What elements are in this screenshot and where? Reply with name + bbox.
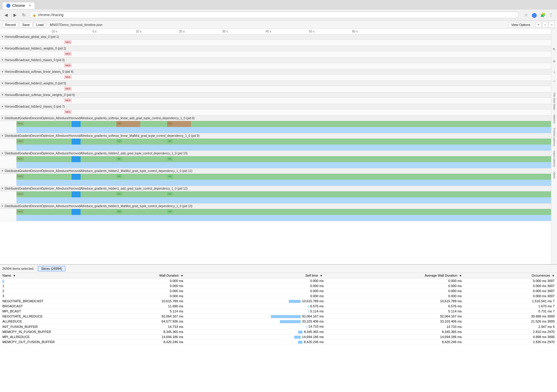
save-button[interactable]: Save — [19, 22, 32, 27]
load-button[interactable]: Load — [34, 22, 46, 27]
fit-button[interactable]: ↔ — [549, 22, 555, 28]
row-self: 8,345.365 ms — [186, 329, 325, 334]
bar-detail-8c — [167, 121, 191, 127]
collapse-icon-4[interactable]: ▼ — [1, 70, 4, 73]
collapse-icon-7[interactable]: ▼ — [1, 105, 4, 108]
row-avg: 0.000 ms — [325, 278, 464, 283]
track-header-13: ▼ DistributedGradientDescentOptimizer_Al… — [0, 204, 551, 209]
table-row: 20.000 ms0.000 ms0.000 ms0.000 ms 3007 — [0, 289, 557, 294]
right-sidebar: ↖ + ↓ ↔ File Size Stats Metrics Frame La… — [551, 29, 557, 264]
tick-0: 0 s — [92, 30, 96, 33]
bookmark-button[interactable]: ☆ — [522, 11, 530, 18]
back-button[interactable]: ◀ — [2, 11, 10, 18]
collapse-icon-2[interactable]: ▼ — [1, 47, 4, 50]
extensions-button[interactable]: 🧩 — [539, 11, 546, 18]
row-occ: 2.947 ms 5 — [464, 324, 557, 329]
track-name-3: HorovodBroadcast_hidden1_biases_0 (pid 3… — [5, 58, 65, 62]
track-name-7: HorovodBroadcast_hidden2_biases_0 (pid 7… — [5, 105, 65, 108]
self-bar — [308, 310, 309, 313]
tick-30: 30 s — [222, 30, 228, 33]
view-options-button[interactable]: View Options — [508, 22, 533, 27]
track-header-8: ▼ DistributedGradientDescentOptimizer_Al… — [0, 116, 551, 121]
zoom-out-button[interactable]: – — [542, 22, 548, 28]
track-header-3: ▼ HorovodBroadcast_hidden1_biases_0 (pid… — [0, 58, 551, 63]
toolbar-right-controls: + – ↔ — [536, 22, 555, 28]
track-name-4: HorovodBroadcast_softmax_linear_biases_0… — [5, 70, 73, 73]
row-self: 8,420.246 ms — [186, 339, 325, 344]
table-row: NEGOTIATE_ALLREDUCE92,064.167 ms92,064.1… — [0, 314, 557, 319]
collapse-icon-6[interactable]: ▼ — [1, 94, 4, 96]
collapse-icon-5[interactable]: ▼ — [1, 82, 4, 85]
collapse-icon-13[interactable]: ▼ — [1, 205, 4, 207]
collapse-icon-12[interactable]: ▼ — [1, 187, 4, 190]
self-bar — [298, 341, 303, 344]
track-name-8: DistributedGradientDescentOptimizer_Allr… — [5, 117, 195, 120]
table-row: MEMCPY_IN_FUSION_BUFFER8,345.365 ms8,345… — [0, 329, 557, 334]
blue-bar-11 — [16, 180, 551, 186]
row-name: 3 — [0, 294, 93, 299]
track-group-9: ▼ DistributedGradientDescentOptimizer_Al… — [0, 133, 551, 151]
row-self: 33,103.406 ms — [186, 319, 325, 324]
url-text: chrome://tracing — [38, 13, 64, 17]
lock-icon: 🔒 — [33, 13, 36, 17]
green-bar-8 — [16, 121, 551, 127]
menu-button[interactable]: ⋮ — [547, 11, 555, 18]
address-bar-row: ◀ ▶ ↻ 🔒 chrome://tracing ☆ ⬤ 🧩 ⋮ — [0, 10, 557, 20]
track-name-13: DistributedGradientDescentOptimizer_Allr… — [5, 204, 192, 208]
row-wall: 5.114 ms — [93, 309, 186, 314]
track-body-3: NEG — [0, 63, 551, 69]
collapse-icon-11[interactable]: ▼ — [1, 170, 4, 172]
col-header-occ[interactable]: Occurrences ▼ — [464, 273, 557, 278]
track-group-8: ▼ DistributedGradientDescentOptimizer_Al… — [0, 116, 551, 133]
row-name-link[interactable]: 0 — [2, 279, 4, 283]
row-name: MEMCPY_IN_FUSION_BUFFER — [0, 329, 93, 334]
collapse-icon-3[interactable]: ▼ — [1, 59, 4, 61]
zoom-out-icon[interactable]: ↓ — [553, 69, 556, 74]
row-occ: 2.810 ms 2970 — [464, 329, 557, 334]
time-ruler: -10 s 0 s 10 s 20 s 30 s 40 s 50 s 60 s — [0, 29, 551, 34]
table-row: 00.000 ms0.000 ms0.000 ms0.000 ms 3007 — [0, 278, 557, 283]
collapse-icon-9[interactable]: ▼ — [1, 134, 4, 137]
input-latency-label: Input Latency — [553, 151, 556, 167]
col-header-name[interactable]: Name ▼ — [0, 273, 93, 278]
col-header-wall[interactable]: Wall Duration ▼ — [93, 273, 186, 278]
bottom-panel: 26994 items selected. Slices (26994) Nam… — [0, 264, 557, 392]
chrome-button[interactable]: ⬤ — [531, 11, 538, 18]
row-wall: 11.690 ms — [93, 304, 186, 309]
row-name: ALLREDUCE — [0, 319, 93, 324]
zoom-in-button[interactable]: + — [536, 22, 541, 28]
metrics-label: Metrics — [553, 115, 556, 123]
forward-button[interactable]: ▶ — [11, 11, 18, 18]
tick-40: 40 s — [266, 30, 271, 33]
tab-close-icon[interactable]: ✕ — [29, 4, 31, 7]
record-button[interactable]: Record — [2, 22, 18, 27]
track-header-1: ▼ HorovodBroadcast_global_step_0 (pid 1) — [0, 34, 551, 40]
reload-button[interactable]: ↻ — [20, 11, 27, 18]
bar-detail-13a — [72, 209, 81, 215]
col-header-self[interactable]: Self time ▼ — [186, 273, 325, 278]
address-bar[interactable]: 🔒 chrome://tracing — [29, 12, 519, 18]
collapse-icon-1[interactable]: ▼ — [1, 35, 4, 38]
row-wall: 0.000 ms — [93, 283, 186, 289]
row-name: INIT_FUSION_BUFFER — [0, 324, 93, 329]
collapse-icon-10[interactable]: ▼ — [1, 152, 4, 155]
cursor-tool[interactable]: ↖ — [553, 47, 556, 52]
self-bar — [271, 315, 301, 318]
col-header-avg[interactable]: Average Wall Duration ▼ — [325, 273, 464, 278]
main-container: -10 s 0 s 10 s 20 s 30 s 40 s 50 s 60 s … — [0, 29, 557, 392]
zoom-in-icon[interactable]: + — [553, 59, 556, 64]
neg-label-7: NEG — [64, 110, 72, 114]
row-wall: 92,064.167 ms — [93, 314, 186, 319]
row-self: 14.733 ms — [186, 324, 325, 329]
row-avg: 8,420.246 ms — [325, 339, 464, 344]
table-row: MPI_ALLREDUCE14,694.186 ms14,694.186 ms1… — [0, 334, 557, 339]
fit-width-icon[interactable]: ↔ — [553, 79, 556, 83]
row-name: 1 — [0, 283, 93, 289]
row-avg: 92,064.167 ms — [325, 314, 464, 319]
sort-arrow-occ: ▼ — [552, 274, 555, 277]
row-occ: 0.000 ms 3007 — [464, 283, 557, 289]
browser-tab[interactable]: Chrome ✕ — [2, 2, 35, 9]
collapse-icon-8[interactable]: ▼ — [1, 117, 4, 120]
slices-tab[interactable]: Slices (26994) — [38, 266, 65, 271]
green-bar-13 — [16, 209, 551, 215]
